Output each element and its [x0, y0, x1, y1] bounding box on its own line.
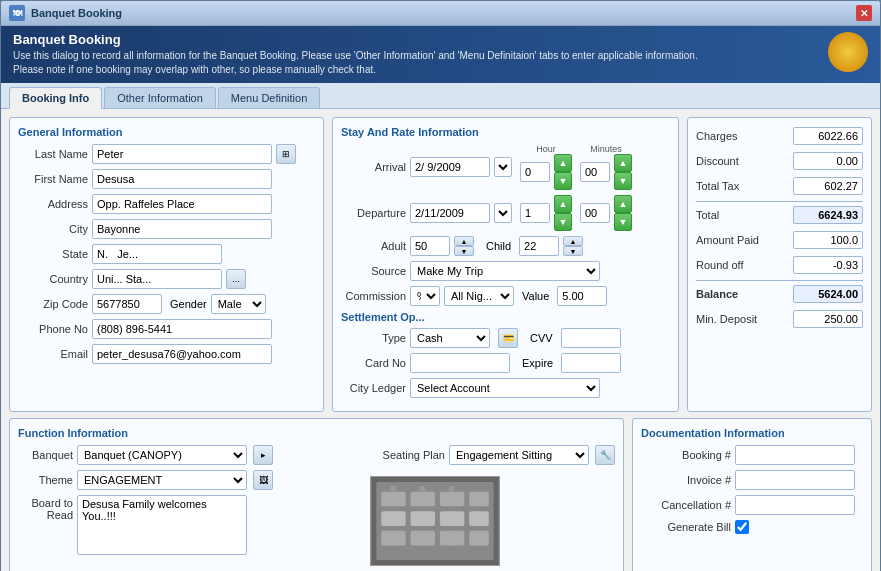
svg-rect-11 [411, 531, 435, 546]
card-no-input[interactable] [410, 353, 510, 373]
adult-child-row: Adult ▲ ▼ Child ▲ ▼ [341, 236, 670, 256]
svg-rect-13 [469, 531, 489, 546]
logo-icon [828, 32, 868, 72]
country-input[interactable] [92, 269, 222, 289]
amount-paid-value[interactable] [793, 231, 863, 249]
departure-date-input[interactable] [410, 203, 490, 223]
discount-value[interactable] [793, 152, 863, 170]
type-select[interactable]: Cash [410, 328, 490, 348]
tab-booking-info[interactable]: Booking Info [9, 87, 102, 109]
booking-hash-label: Booking # [641, 449, 731, 461]
state-input[interactable] [92, 244, 222, 264]
svg-rect-6 [381, 511, 405, 526]
theme-select[interactable]: ENGAGEMENT [77, 470, 247, 490]
city-input[interactable] [92, 219, 272, 239]
adult-input[interactable] [410, 236, 450, 256]
close-window-button[interactable]: ✕ [856, 5, 872, 21]
theme-row: Theme ENGAGEMENT 🖼 [18, 470, 362, 490]
charges-value[interactable] [793, 127, 863, 145]
child-label: Child [486, 240, 511, 252]
min-deposit-label: Min. Deposit [696, 313, 757, 325]
child-down[interactable]: ▼ [563, 246, 583, 256]
arrival-date-input[interactable] [410, 157, 490, 177]
booking-hash-input[interactable] [735, 445, 855, 465]
total-value[interactable] [793, 206, 863, 224]
state-row: State [18, 244, 315, 264]
generate-bill-checkbox[interactable] [735, 520, 749, 534]
arrival-min-up[interactable]: ▲ [614, 154, 632, 172]
gender-select[interactable]: Male Female [211, 294, 266, 314]
charges-section: Charges Discount Total Tax Total [687, 117, 872, 412]
zip-row: Zip Code Gender Male Female [18, 294, 315, 314]
child-input[interactable] [519, 236, 559, 256]
banquet-select[interactable]: Banquet (CANOPY) [77, 445, 247, 465]
discount-label: Discount [696, 155, 739, 167]
type-icon-btn[interactable]: 💳 [498, 328, 518, 348]
generate-bill-label: Generate Bill [641, 521, 731, 533]
departure-min-input[interactable] [580, 203, 610, 223]
arrival-date-dropdown[interactable] [494, 157, 512, 177]
address-input[interactable] [92, 194, 272, 214]
cancellation-hash-row: Cancellation # [641, 495, 863, 515]
departure-min-up[interactable]: ▲ [614, 195, 632, 213]
round-off-value[interactable] [793, 256, 863, 274]
commission-type-select[interactable]: % [410, 286, 440, 306]
type-row: Type Cash 💳 CVV [341, 328, 670, 348]
arrival-hour-input[interactable] [520, 162, 550, 182]
total-tax-value[interactable] [793, 177, 863, 195]
venue-image [370, 476, 500, 566]
first-name-input[interactable] [92, 169, 272, 189]
round-off-row: Round off [696, 255, 863, 275]
departure-date-dropdown[interactable] [494, 203, 512, 223]
arrival-hour-up[interactable]: ▲ [554, 154, 572, 172]
child-up[interactable]: ▲ [563, 236, 583, 246]
board-row: Board to Read Desusa Family welcomes You… [18, 495, 362, 555]
svg-rect-7 [411, 511, 435, 526]
cancellation-hash-input[interactable] [735, 495, 855, 515]
balance-value[interactable] [793, 285, 863, 303]
total-label: Total [696, 209, 719, 221]
theme-btn[interactable]: 🖼 [253, 470, 273, 490]
banquet-btn[interactable]: ▸ [253, 445, 273, 465]
last-name-input[interactable] [92, 144, 272, 164]
title-bar: 🍽 Banquet Booking ✕ [1, 1, 880, 26]
svg-rect-9 [469, 511, 489, 526]
generate-bill-row: Generate Bill [641, 520, 863, 534]
arrival-min-down[interactable]: ▼ [614, 172, 632, 190]
country-btn[interactable]: ... [226, 269, 246, 289]
cvv-input[interactable] [561, 328, 621, 348]
min-deposit-value[interactable] [793, 310, 863, 328]
last-name-btn[interactable]: ⊞ [276, 144, 296, 164]
total-row: Total [696, 205, 863, 225]
charges-label: Charges [696, 130, 738, 142]
discount-row: Discount [696, 151, 863, 171]
board-textarea[interactable]: Desusa Family welcomes You..!!! [77, 495, 247, 555]
email-input[interactable] [92, 344, 272, 364]
svg-rect-8 [440, 511, 464, 526]
departure-row: Departure ▲ ▼ [341, 195, 670, 231]
seating-select[interactable]: Engagement Sitting [449, 445, 589, 465]
function-info-section: Function Information Banquet Banquet (CA… [9, 418, 624, 571]
invoice-hash-input[interactable] [735, 470, 855, 490]
commission-name-select[interactable]: All Nig... [444, 286, 514, 306]
zip-input[interactable] [92, 294, 162, 314]
value-input[interactable] [557, 286, 607, 306]
departure-hour-input[interactable] [520, 203, 550, 223]
seating-btn[interactable]: 🔧 [595, 445, 615, 465]
source-select[interactable]: Make My Trip [410, 261, 600, 281]
adult-down[interactable]: ▼ [454, 246, 474, 256]
seating-label: Seating Plan [370, 449, 445, 461]
departure-hour-down[interactable]: ▼ [554, 213, 572, 231]
city-ledger-select[interactable]: Select Account [410, 378, 600, 398]
departure-min-down[interactable]: ▼ [614, 213, 632, 231]
tab-menu-definition[interactable]: Menu Definition [218, 87, 320, 108]
arrival-hour-down[interactable]: ▼ [554, 172, 572, 190]
svg-rect-12 [440, 531, 464, 546]
arrival-min-input[interactable] [580, 162, 610, 182]
phone-input[interactable] [92, 319, 272, 339]
departure-hour-up[interactable]: ▲ [554, 195, 572, 213]
adult-up[interactable]: ▲ [454, 236, 474, 246]
svg-rect-2 [381, 492, 405, 507]
expire-input[interactable] [561, 353, 621, 373]
tab-other-information[interactable]: Other Information [104, 87, 216, 108]
